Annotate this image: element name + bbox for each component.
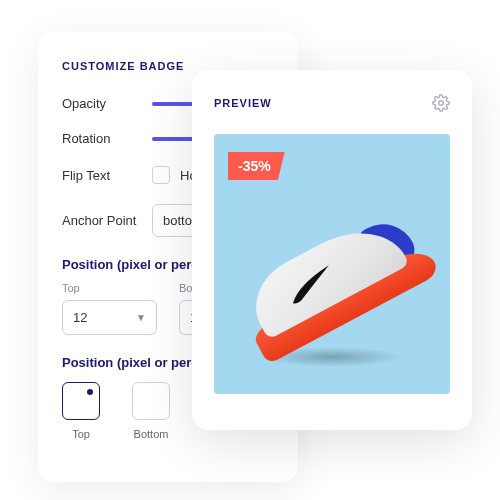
product-shoe (224, 189, 441, 364)
pos-top-input[interactable]: 12 ▼ (62, 300, 157, 335)
anchor-option-top-label: Top (72, 428, 90, 440)
flip-horizontal-checkbox[interactable] (152, 166, 170, 184)
gear-icon[interactable] (432, 94, 450, 112)
anchor-option-bottom-label: Bottom (134, 428, 169, 440)
anchor-option-top[interactable] (62, 382, 100, 420)
discount-badge: -35% (228, 152, 285, 180)
anchor-point-label: Anchor Point (62, 213, 152, 228)
svg-point-0 (439, 101, 444, 106)
anchor-dot-icon (87, 389, 93, 395)
preview-title: PREVIEW (214, 97, 272, 109)
opacity-label: Opacity (62, 96, 152, 111)
preview-panel: PREVIEW -35% (192, 70, 472, 430)
flip-text-label: Flip Text (62, 168, 152, 183)
rotation-label: Rotation (62, 131, 152, 146)
preview-image: -35% (214, 134, 450, 394)
anchor-option-bottom[interactable] (132, 382, 170, 420)
pos-top-value: 12 (73, 310, 87, 325)
chevron-down-icon: ▼ (136, 312, 146, 323)
pos-top-label: Top (62, 282, 157, 294)
